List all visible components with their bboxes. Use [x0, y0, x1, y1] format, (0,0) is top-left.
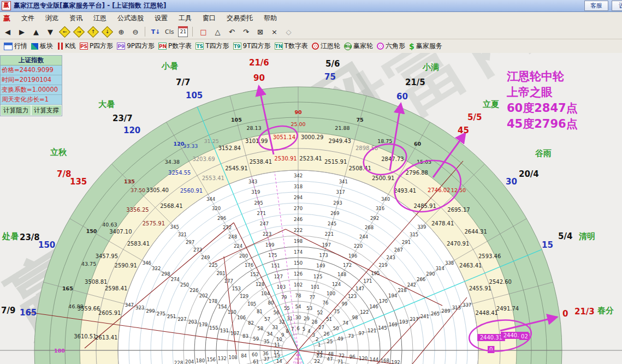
menu-公式选股[interactable]: 公式选股	[112, 13, 149, 23]
svg-text:222: 222	[294, 228, 303, 233]
wheel-outer-label: 60	[396, 92, 408, 102]
back-button[interactable]: ◀	[1, 26, 14, 37]
svg-text:155: 155	[209, 325, 218, 331]
menu-窗口[interactable]: 窗口	[197, 13, 221, 23]
svg-text:101: 101	[311, 284, 319, 290]
tool-江恩轮[interactable]: 江恩轮	[312, 41, 340, 51]
svg-text:2491.74: 2491.74	[496, 306, 519, 312]
cls-button[interactable]: Cls	[163, 26, 175, 37]
menu-江恩[interactable]: 江恩	[88, 13, 112, 23]
rotate-up-button[interactable]: ▲	[29, 26, 43, 37]
tool-P数字表[interactable]: PNP数字表	[158, 41, 192, 51]
tool-板块[interactable]: 板块	[31, 41, 53, 51]
quote-info-row: 时间=20190104	[1, 75, 62, 85]
svg-text:61: 61	[253, 359, 259, 364]
zoom-out-button[interactable]: ⊖	[129, 26, 142, 37]
svg-text:77: 77	[309, 295, 315, 300]
svg-text:28: 28	[312, 319, 318, 325]
calendar-button[interactable]: 21	[176, 26, 189, 37]
tool-行情[interactable]: 行情	[4, 41, 27, 51]
shift-right-button[interactable]: →	[72, 26, 85, 37]
svg-text:75: 75	[334, 309, 340, 314]
wheel-outer-label: 春分	[597, 306, 614, 316]
svg-text:83: 83	[242, 333, 248, 339]
tool-六角形[interactable]: 六角形	[377, 41, 405, 51]
P9-icon: P9	[117, 43, 125, 50]
menu-文件[interactable]: 文件	[16, 13, 40, 23]
svg-text:294: 294	[294, 195, 303, 200]
svg-text:49: 49	[337, 336, 343, 342]
svg-text:291: 291	[402, 240, 411, 245]
scale-button[interactable]: T↓	[149, 26, 162, 37]
triangle-tool-button[interactable]: △	[211, 26, 224, 37]
rotate-down-button[interactable]: ▼	[44, 26, 57, 37]
svg-text:2553.41: 2553.41	[202, 175, 224, 181]
cross-tool-button[interactable]: ×	[268, 26, 281, 37]
wheel-outer-label: 45	[458, 126, 469, 135]
svg-text:14: 14	[276, 359, 282, 364]
svg-text:31.25: 31.25	[204, 138, 219, 144]
svg-text:33: 33	[272, 325, 278, 330]
tool-9T四方形[interactable]: T99T四方形	[233, 41, 271, 51]
svg-text:178: 178	[209, 299, 217, 304]
svg-text:343: 343	[248, 179, 257, 184]
svg-text:53: 53	[306, 306, 312, 311]
svg-text:203: 203	[188, 319, 197, 325]
svg-text:321: 321	[178, 232, 187, 237]
svg-text:316: 316	[376, 206, 384, 211]
calc-support-button[interactable]: 计算支撑	[31, 105, 62, 116]
svg-text:225: 225	[209, 262, 217, 268]
svg-text:121: 121	[368, 328, 376, 333]
svg-text:196: 196	[348, 253, 357, 259]
menu-设置[interactable]: 设置	[149, 13, 173, 23]
gann-wheel-chart[interactable]: 赢家财富网 赢家财富网 www.yingjia360.com yingjia36…	[0, 53, 622, 364]
svg-text:246: 246	[294, 217, 303, 222]
svg-text:7: 7	[291, 326, 294, 332]
tool-K线[interactable]: K线	[57, 41, 76, 51]
svg-text:72: 72	[339, 353, 345, 359]
svg-text:2695.17: 2695.17	[447, 207, 470, 213]
arc-ccw-tool-button[interactable]: ↶	[225, 26, 238, 37]
tool-label: 赢家轮	[353, 41, 373, 51]
tool-P四方形[interactable]: PSP四方形	[80, 41, 113, 51]
title-bar[interactable]: 赢 赢家江恩专业版[赢家服务平台] - [上证指数 江恩轮] 客服 设	[0, 0, 622, 12]
partial-button[interactable]: 设	[612, 1, 622, 11]
arc-cw-tool-button[interactable]: ↷	[239, 26, 252, 37]
tool-赢家服务[interactable]: $赢家服务	[409, 41, 442, 51]
tool-T数字表[interactable]: TNT数字表	[275, 41, 308, 51]
svg-text:201: 201	[216, 271, 225, 276]
customer-service-button[interactable]: 客服	[584, 1, 608, 11]
pin-tool-button[interactable]: ◇	[282, 26, 295, 37]
svg-text:58: 58	[257, 326, 263, 331]
box-x-tool-button[interactable]: ⊠	[253, 26, 266, 37]
shift-down-button[interactable]: ↓	[100, 26, 114, 37]
svg-text:150: 150	[294, 260, 303, 266]
menu-资讯[interactable]: 资讯	[64, 13, 88, 23]
tool-赢家轮[interactable]: Big赢家轮	[344, 41, 373, 51]
tool-T四方形[interactable]: TST四方形	[196, 41, 229, 51]
svg-text:318: 318	[294, 184, 303, 189]
menu-浏览[interactable]: 浏览	[40, 13, 64, 23]
calc-resistance-button[interactable]: 计算阻力	[1, 105, 31, 116]
shift-left-button[interactable]: ←	[58, 26, 71, 37]
shift-up-button[interactable]: ↑	[86, 26, 99, 37]
svg-text:2515.91: 2515.91	[324, 159, 347, 165]
wheel-outer-label: 30	[506, 177, 517, 187]
svg-text:22: 22	[314, 359, 320, 364]
tool-9P四方形[interactable]: P99P四方形	[117, 41, 155, 51]
forward-button[interactable]: ▶	[15, 26, 28, 37]
square-tool-button[interactable]: □	[197, 26, 210, 37]
svg-text:2530.91: 2530.91	[274, 156, 297, 162]
zoom-in-button[interactable]: ⊕	[115, 26, 128, 37]
svg-text:320: 320	[212, 206, 221, 211]
svg-text:3051.14: 3051.14	[273, 134, 295, 140]
menu-工具[interactable]: 工具	[173, 13, 197, 23]
svg-text:342: 342	[294, 173, 303, 178]
svg-text:54: 54	[295, 304, 301, 309]
svg-text:2523.41: 2523.41	[299, 156, 322, 162]
svg-text:57: 57	[264, 317, 270, 322]
svg-text:172: 172	[343, 262, 352, 268]
menu-帮助[interactable]: 帮助	[258, 13, 282, 23]
svg-text:3610.51: 3610.51	[74, 333, 96, 339]
menu-交易委托[interactable]: 交易委托	[221, 13, 258, 23]
